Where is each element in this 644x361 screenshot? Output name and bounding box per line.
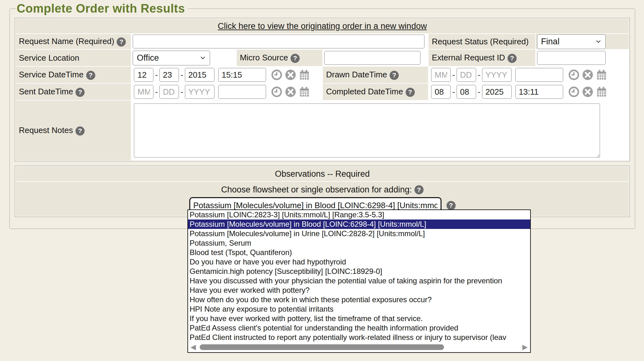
sent-time-input[interactable] <box>218 85 266 99</box>
observation-dropdown: Potassium [LOINC:2823-3] [Units:mmol/L] … <box>187 209 531 353</box>
calendar-icon[interactable] <box>596 69 607 81</box>
observation-option[interactable]: HPI Note any exposure to potential irrit… <box>188 304 530 314</box>
help-icon[interactable]: ? <box>75 126 85 136</box>
micro-source-label: Micro Source <box>240 53 288 62</box>
request-status-value: Final <box>541 37 560 47</box>
observation-option-selected[interactable]: Potassium [Molecules/volume] in Blood [L… <box>188 219 530 229</box>
completed-time-input[interactable] <box>515 85 563 99</box>
page-title: Complete Order with Results <box>16 2 188 15</box>
external-request-id-input[interactable] <box>537 51 606 65</box>
clear-date-icon[interactable] <box>285 69 296 81</box>
request-name-input[interactable] <box>133 35 425 48</box>
service-location-label: Service Location <box>19 53 79 63</box>
micro-source-input[interactable] <box>324 51 420 65</box>
drawn-year-input[interactable] <box>482 68 512 82</box>
observation-option[interactable]: PatEd Client instructed to report any po… <box>188 333 530 342</box>
completed-month-input[interactable] <box>431 85 451 99</box>
completed-day-input[interactable] <box>457 85 476 99</box>
request-name-cell <box>131 34 428 49</box>
service-day-input[interactable] <box>159 68 179 82</box>
drawn-datetime-cell: - - <box>429 67 629 83</box>
completed-datetime-cell: - - <box>429 84 629 100</box>
observation-option[interactable]: If you have ever worked with pottery, li… <box>188 314 530 323</box>
observation-option[interactable]: Gentamicin.high potency [Susceptibility]… <box>188 267 530 276</box>
request-notes-cell <box>131 101 629 160</box>
request-name-label-cell: Request Name (Required)? <box>16 34 131 49</box>
sent-datetime-cell: - - <box>131 84 322 100</box>
help-icon[interactable]: ? <box>447 201 456 210</box>
clock-icon[interactable] <box>568 86 580 97</box>
service-datetime-cell: - - <box>131 67 322 83</box>
request-name-label: Request Name (Required) <box>19 36 114 46</box>
drawn-month-input[interactable] <box>431 68 451 82</box>
scroll-left-icon[interactable]: ◀ <box>191 344 196 351</box>
clear-date-icon[interactable] <box>285 86 296 97</box>
calendar-icon[interactable] <box>596 86 607 97</box>
calendar-icon[interactable] <box>299 86 310 97</box>
clock-icon[interactable] <box>568 69 580 81</box>
sent-year-input[interactable] <box>185 85 214 99</box>
clear-date-icon[interactable] <box>582 86 593 97</box>
service-location-select[interactable]: Office <box>133 51 210 65</box>
drawn-day-input[interactable] <box>457 68 476 82</box>
help-icon[interactable]: ? <box>86 71 95 80</box>
observation-option[interactable]: Potassium, Serum <box>188 238 530 248</box>
observation-option[interactable]: Do you have or have you ever had hypothy… <box>188 257 530 267</box>
sent-month-input[interactable] <box>134 85 153 99</box>
observation-option[interactable]: PatEd Assess client's potential for unde… <box>188 323 530 333</box>
help-icon[interactable]: ? <box>390 71 399 80</box>
clear-date-icon[interactable] <box>582 69 593 81</box>
observation-option[interactable]: How often do you do the work in which th… <box>188 295 530 304</box>
scrollbar-track[interactable] <box>198 344 520 350</box>
help-icon[interactable]: ? <box>508 54 517 63</box>
complete-order-fieldset: Complete Order with Results Click here t… <box>9 2 635 229</box>
request-table: Click here to view the originating order… <box>15 18 630 161</box>
help-icon[interactable]: ? <box>406 88 415 97</box>
view-originating-order-link[interactable]: Click here to view the originating order… <box>218 21 427 31</box>
complete-order-form-page: Complete Order with Results Click here t… <box>0 0 644 361</box>
observation-combobox-value: Potassium [Molecules/volume] in Blood [L… <box>193 201 437 210</box>
observation-option[interactable]: Have you ever worked with pottery? <box>188 286 530 295</box>
help-icon[interactable]: ? <box>291 54 300 63</box>
service-location-cell: Office <box>131 50 236 66</box>
observation-option[interactable]: Potassium [Molecules/volume] in Urine [L… <box>188 229 530 238</box>
sent-datetime-label: Sent DateTime <box>19 87 73 96</box>
request-notes-label: Request Notes <box>19 125 73 135</box>
service-location-label-cell: Service Location <box>16 50 131 66</box>
help-icon[interactable]: ? <box>117 37 126 47</box>
request-status-select[interactable]: Final <box>537 34 606 49</box>
service-datetime-label: Service DateTime <box>19 70 84 79</box>
clock-icon[interactable] <box>271 69 282 81</box>
choose-observation-label: Choose flowsheet or single observation f… <box>221 185 412 195</box>
service-month-input[interactable] <box>134 68 153 82</box>
observations-header-cell: Observations -- Required <box>16 167 629 181</box>
drawn-datetime-label-cell: Drawn DateTime? <box>323 67 428 83</box>
help-icon[interactable]: ? <box>414 185 424 194</box>
service-time-input[interactable] <box>218 68 266 82</box>
request-status-label: Request Status (Required) <box>432 37 529 46</box>
calendar-icon[interactable] <box>299 69 310 81</box>
request-notes-textarea[interactable] <box>134 103 600 158</box>
drawn-datetime-label: Drawn DateTime <box>326 70 387 79</box>
external-request-id-label-cell: External Request ID? <box>429 50 535 66</box>
chevron-down-icon <box>595 38 602 45</box>
observation-option[interactable]: Blood test (Tspot, Quantiferon) <box>188 248 530 257</box>
observation-option[interactable]: Potassium [LOINC:2823-3] [Units:mmol/L] … <box>188 210 530 219</box>
help-icon[interactable]: ? <box>75 88 85 97</box>
external-request-id-cell <box>536 50 629 66</box>
observation-option[interactable]: Have you discussed with your physician t… <box>188 276 530 286</box>
scroll-right-icon[interactable]: ▶ <box>522 344 528 351</box>
sent-day-input[interactable] <box>159 85 179 99</box>
service-location-value: Office <box>137 53 159 63</box>
micro-source-cell <box>323 50 428 66</box>
completed-year-input[interactable] <box>482 85 512 99</box>
sent-datetime-label-cell: Sent DateTime? <box>16 84 131 100</box>
clock-icon[interactable] <box>271 86 282 97</box>
dropdown-horizontal-scrollbar: ◀ ▶ <box>188 342 530 352</box>
chevron-down-icon <box>199 54 207 62</box>
request-notes-label-cell: Request Notes? <box>16 101 131 160</box>
observations-header: Observations -- Required <box>275 169 370 179</box>
service-year-input[interactable] <box>185 68 214 82</box>
scrollbar-thumb[interactable] <box>200 344 444 350</box>
drawn-time-input[interactable] <box>515 68 563 82</box>
